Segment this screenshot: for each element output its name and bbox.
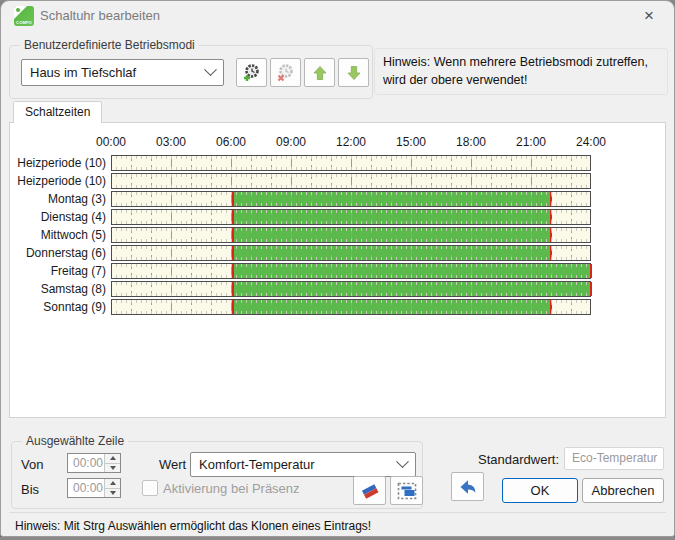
timeline-row-label: Heizperiode (10) <box>14 173 106 189</box>
von-value: 00:00 <box>68 454 104 472</box>
presence-checkbox-label: Aktivierung bei Präsenz <box>163 481 300 496</box>
timeline-track[interactable] <box>111 155 591 171</box>
bis-label: Bis <box>21 482 39 497</box>
timeline-track[interactable] <box>111 191 591 207</box>
window-title: Schaltuhr bearbeiten <box>40 1 160 31</box>
track-gridlines <box>112 192 590 206</box>
modes-hint-text: Hinweis: Wenn mehrere Betriebsmodi zutre… <box>374 48 668 95</box>
axis-tick-label: 12:00 <box>329 135 373 149</box>
tab-schaltzeiten[interactable]: Schaltzeiten <box>13 101 102 123</box>
track-gridlines <box>112 264 590 278</box>
arrow-down-icon <box>346 65 362 81</box>
track-gridlines <box>112 156 590 170</box>
standard-value-label: Standardwert: <box>441 452 559 467</box>
bis-spinner[interactable]: 00:00 <box>67 478 121 498</box>
track-gridlines <box>112 300 590 314</box>
move-mode-down-button[interactable] <box>338 58 369 87</box>
axis-tick-label: 00:00 <box>89 135 133 149</box>
von-spin-buttons[interactable] <box>104 454 120 472</box>
delete-mode-button[interactable] <box>270 58 301 87</box>
footer-hint-text: Hinweis: Mit Strg Auswählen ermöglicht d… <box>15 519 371 533</box>
axis-tick-label: 03:00 <box>149 135 193 149</box>
timeline-panel: 00:0003:0006:0009:0012:0015:0018:0021:00… <box>9 122 666 418</box>
timeline-track[interactable] <box>111 245 591 261</box>
select-all-button[interactable] <box>390 476 423 505</box>
timeline-row-label: Donnerstag (6) <box>14 245 106 261</box>
timeline-row-label: Heizperiode (10) <box>14 155 106 171</box>
presence-checkbox[interactable] <box>142 480 158 496</box>
app-icon-gear <box>16 8 20 12</box>
spin-up-icon[interactable] <box>105 479 120 488</box>
mode-select[interactable]: Haus im Tiefschlaf <box>21 59 224 86</box>
track-gridlines <box>112 228 590 242</box>
axis-tick-label: 24:00 <box>569 135 613 149</box>
axis-tick-label: 06:00 <box>209 135 253 149</box>
wert-label: Wert <box>159 457 186 472</box>
spin-up-icon[interactable] <box>105 454 120 463</box>
modes-group-title: Benutzerdefinierte Betriebsmodi <box>20 38 199 52</box>
add-mode-button[interactable] <box>236 58 267 87</box>
axis-tick-label: 09:00 <box>269 135 313 149</box>
clock-add-icon <box>242 63 262 83</box>
mode-select-value: Haus im Tiefschlaf <box>30 65 206 80</box>
spin-down-icon[interactable] <box>105 463 120 473</box>
timeline-row-label: Sonntag (9) <box>14 299 106 315</box>
cancel-button[interactable]: Abbrechen <box>582 478 664 503</box>
axis-tick-label: 15:00 <box>389 135 433 149</box>
chevron-down-icon <box>204 63 217 76</box>
standard-value-field: Eco-Temperatur <box>564 447 664 470</box>
back-arrow-icon <box>458 477 478 497</box>
app-icon: COMFO <box>14 6 34 26</box>
chevron-down-icon <box>396 455 409 468</box>
erase-entry-button[interactable] <box>353 476 386 505</box>
timeline-row-label: Freitag (7) <box>14 263 106 279</box>
timeline-row-label: Dienstag (4) <box>14 209 106 225</box>
track-gridlines <box>112 210 590 224</box>
timeline-row-label: Montag (3) <box>14 191 106 207</box>
undo-button[interactable] <box>451 472 484 501</box>
titlebar[interactable]: COMFO Schaltuhr bearbeiten × <box>1 1 674 31</box>
axis-tick-label: 18:00 <box>449 135 493 149</box>
bis-spin-buttons[interactable] <box>104 479 120 497</box>
app-icon-text: COMFO <box>14 20 34 25</box>
timeline-track[interactable] <box>111 173 591 189</box>
bis-value: 00:00 <box>68 479 104 497</box>
timeline-track[interactable] <box>111 209 591 225</box>
dialog-window: COMFO Schaltuhr bearbeiten × Benutzerdef… <box>0 0 675 537</box>
selected-row-group-title: Ausgewählte Zeile <box>22 434 128 448</box>
track-gridlines <box>112 246 590 260</box>
spin-down-icon[interactable] <box>105 488 120 498</box>
von-spinner[interactable]: 00:00 <box>67 453 121 473</box>
selection-marquee-icon <box>397 482 417 500</box>
von-label: Von <box>21 457 43 472</box>
wert-select-value: Komfort-Temperatur <box>199 457 398 472</box>
timeline-row-label: Samstag (8) <box>14 281 106 297</box>
arrow-up-icon <box>312 65 328 81</box>
axis-tick-label: 21:00 <box>509 135 553 149</box>
eraser-icon <box>360 481 380 501</box>
track-gridlines <box>112 174 590 188</box>
timeline-track[interactable] <box>111 299 591 315</box>
timeline-track[interactable] <box>111 227 591 243</box>
ok-button[interactable]: OK <box>502 478 578 503</box>
track-gridlines <box>112 282 590 296</box>
timeline-track[interactable] <box>111 263 591 279</box>
clock-delete-icon <box>276 63 296 83</box>
footer-separator <box>9 512 666 513</box>
wert-select[interactable]: Komfort-Temperatur <box>190 452 416 477</box>
close-icon[interactable]: × <box>636 4 662 28</box>
timeline-row-label: Mittwoch (5) <box>14 227 106 243</box>
timeline-track[interactable] <box>111 281 591 297</box>
move-mode-up-button[interactable] <box>304 58 335 87</box>
